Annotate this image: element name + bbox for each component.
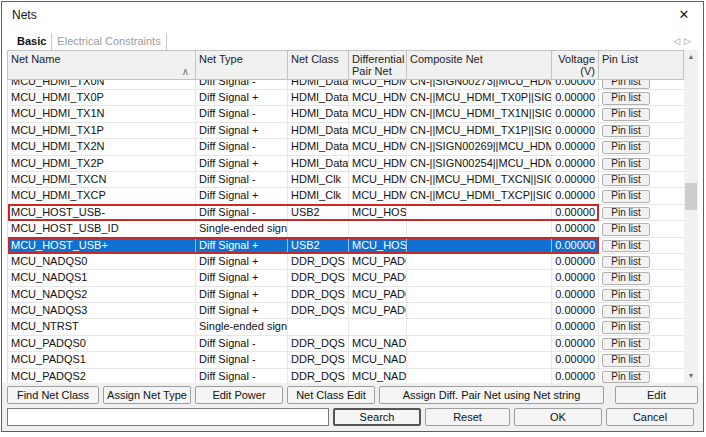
assign-diff-pair-net-button[interactable]: Assign Diff. Pair Net using Net string <box>379 386 604 404</box>
table-rows: MCU_HDMI_TX0N Diff Signal - HDMI_Data MC… <box>7 80 684 383</box>
tab-scroll-right-icon[interactable]: ▷ <box>684 36 695 46</box>
tab-basic[interactable]: Basic <box>12 33 52 50</box>
search-button[interactable]: Search <box>333 408 421 426</box>
net-row[interactable]: MCU_HDMI_TX0P Diff Signal + HDMI_Data MC… <box>8 90 684 106</box>
net-row[interactable]: MCU_NADQS3 Diff Signal + DDR_DQS MCU_PAD… <box>8 303 684 319</box>
net-row[interactable]: MCU_HDMI_TX1P Diff Signal + HDMI_Data MC… <box>8 123 684 139</box>
net-type-cell: Diff Signal + <box>196 303 288 318</box>
net-row[interactable]: MCU_NADQS0 Diff Signal + DDR_DQS MCU_PAD… <box>8 254 684 270</box>
column-header[interactable]: Net Name ∧ <box>8 51 196 79</box>
pin-list-button[interactable]: Pin list <box>602 371 650 383</box>
pin-list-button[interactable]: Pin list <box>602 289 650 302</box>
column-header[interactable]: Pin List <box>599 51 683 79</box>
diff-pair-net-cell: MCU_PADQS2 <box>349 287 407 302</box>
pin-list-button[interactable]: Pin list <box>602 305 650 318</box>
ok-button[interactable]: OK <box>514 408 602 426</box>
voltage-cell: 0.00000 <box>552 369 599 383</box>
net-class-cell: DDR_DQS <box>288 352 349 367</box>
scrollbar-thumb[interactable] <box>685 183 697 210</box>
voltage-cell: 0.00000 <box>552 172 599 187</box>
net-row[interactable]: MCU_HDMI_TXCN Diff Signal - HDMI_Clk MCU… <box>8 172 684 188</box>
net-row[interactable]: MCU_HDMI_TX2N Diff Signal - HDMI_Data MC… <box>8 139 684 155</box>
net-row[interactable]: MCU_HDMI_TX2P Diff Signal + HDMI_Data MC… <box>8 156 684 172</box>
vertical-scrollbar[interactable]: ▲ ▼ <box>684 50 698 383</box>
column-header[interactable]: Net Type <box>196 51 288 79</box>
net-row[interactable]: MCU_HDMI_TX0N Diff Signal - HDMI_Data MC… <box>8 80 684 90</box>
composite-net-cell: CN-||MCU_HDMI_TXCN||SIGN002 <box>407 172 552 187</box>
column-header[interactable]: Net Class <box>288 51 349 79</box>
voltage-cell: 0.00000 <box>552 188 599 203</box>
title-bar[interactable]: Nets ✕ <box>2 2 703 28</box>
action-button-row: Find Net Class Assign Net Type Edit Powe… <box>7 386 698 404</box>
pin-list-button[interactable]: Pin list <box>602 92 650 105</box>
column-header[interactable]: Differential Pair Net <box>349 51 407 79</box>
net-row[interactable]: MCU_NADQS1 Diff Signal + DDR_DQS MCU_PAD… <box>8 270 684 286</box>
net-name-cell: MCU_NADQS3 <box>8 303 196 318</box>
pin-list-cell: Pin list <box>599 287 683 302</box>
pin-list-button[interactable]: Pin list <box>602 207 650 220</box>
pin-list-button[interactable]: Pin list <box>602 108 650 121</box>
net-type-cell: Diff Signal - <box>196 369 288 383</box>
edit-power-voltage-button[interactable]: Edit Power Voltage <box>195 386 283 404</box>
column-header[interactable]: Composite Net <box>407 51 552 79</box>
tab-scroll-left-icon[interactable]: ◁ <box>673 36 684 46</box>
tab-scroll-arrows[interactable]: ◁▷ <box>673 36 695 46</box>
pin-list-button[interactable]: Pin list <box>602 321 650 334</box>
pin-list-cell: Pin list <box>599 369 683 383</box>
pin-list-button[interactable]: Pin list <box>602 223 650 236</box>
pin-list-cell: Pin list <box>599 270 683 285</box>
pin-list-cell: Pin list <box>599 188 683 203</box>
net-row[interactable]: MCU_HOST_USB+ Diff Signal + USB2 MCU_HOS… <box>8 238 684 254</box>
net-row[interactable]: MCU_PADQS0 Diff Signal - DDR_DQS MCU_NAD… <box>8 336 684 352</box>
pin-list-button[interactable]: Pin list <box>602 240 650 253</box>
scroll-down-icon[interactable]: ▼ <box>684 369 698 383</box>
diff-pair-net-cell: MCU_HOST_U <box>349 205 407 220</box>
net-type-cell: Diff Signal - <box>196 352 288 367</box>
net-row[interactable]: MCU_HOST_USB_ID Single-ended signal 0.00… <box>8 221 684 237</box>
net-type-cell: Diff Signal + <box>196 188 288 203</box>
find-net-class-button[interactable]: Find Net Class <box>7 386 99 404</box>
edit-button[interactable]: Edit <box>615 386 698 404</box>
net-row[interactable]: MCU_HDMI_TX1N Diff Signal - HDMI_Data MC… <box>8 106 684 122</box>
voltage-cell: 0.00000 <box>552 352 599 367</box>
net-type-cell: Diff Signal - <box>196 80 288 89</box>
net-class-cell: DDR_DQS <box>288 303 349 318</box>
composite-net-cell <box>407 303 552 318</box>
pin-list-button[interactable]: Pin list <box>602 256 650 269</box>
tab-electrical-constraints[interactable]: Electrical Constraints <box>52 33 166 50</box>
pin-list-button[interactable]: Pin list <box>602 174 650 187</box>
composite-net-cell: CN-||SIGN00254||MCU_HDMI_TX <box>407 156 552 171</box>
net-row[interactable]: MCU_NTRST Single-ended signal 0.00000 Pi… <box>8 319 684 335</box>
net-row[interactable]: MCU_PADQS2 Diff Signal - DDR_DQS MCU_NAD… <box>8 369 684 383</box>
search-input[interactable] <box>7 408 329 426</box>
net-type-cell: Diff Signal + <box>196 254 288 269</box>
net-row[interactable]: MCU_HDMI_TXCP Diff Signal + HDMI_Clk MCU… <box>8 188 684 204</box>
pin-list-button[interactable]: Pin list <box>602 141 650 154</box>
net-row[interactable]: MCU_NADQS2 Diff Signal + DDR_DQS MCU_PAD… <box>8 287 684 303</box>
pin-list-button[interactable]: Pin list <box>602 80 650 89</box>
pin-list-button[interactable]: Pin list <box>602 125 650 138</box>
footer: Find Net Class Assign Net Type Edit Powe… <box>2 383 703 431</box>
net-type-cell: Diff Signal + <box>196 287 288 302</box>
net-row[interactable]: MCU_HOST_USB- Diff Signal - USB2 MCU_HOS… <box>8 205 684 221</box>
pin-list-button[interactable]: Pin list <box>602 354 650 367</box>
net-row[interactable]: MCU_PADQS1 Diff Signal - DDR_DQS MCU_NAD… <box>8 352 684 368</box>
close-icon[interactable]: ✕ <box>676 7 692 23</box>
pin-list-button[interactable]: Pin list <box>602 190 650 203</box>
scroll-up-icon[interactable]: ▲ <box>684 50 698 64</box>
column-header[interactable]: Voltage (V) <box>552 51 599 79</box>
assign-net-type-button[interactable]: Assign Net Type <box>103 386 191 404</box>
reset-button[interactable]: Reset <box>425 408 510 426</box>
net-type-cell: Diff Signal - <box>196 106 288 121</box>
composite-net-cell <box>407 270 552 285</box>
composite-net-cell <box>407 352 552 367</box>
diff-pair-net-cell <box>349 221 407 236</box>
pin-list-button[interactable]: Pin list <box>602 338 650 351</box>
pin-list-button[interactable]: Pin list <box>602 158 650 171</box>
net-name-cell: MCU_HDMI_TX1N <box>8 106 196 121</box>
net-name-cell: MCU_HOST_USB- <box>8 205 196 220</box>
pin-list-button[interactable]: Pin list <box>602 272 650 285</box>
net-class-edit-button[interactable]: Net Class Edit <box>287 386 375 404</box>
composite-net-cell <box>407 336 552 351</box>
cancel-button[interactable]: Cancel <box>606 408 694 426</box>
